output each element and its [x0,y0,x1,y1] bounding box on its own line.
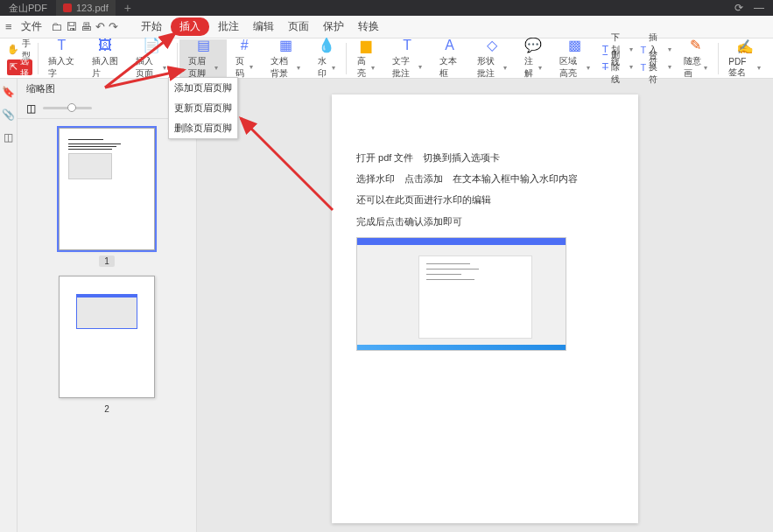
textbox-button[interactable]: A文本框 [431,39,468,78]
doc-paragraph-3: 还可以在此页面进行水印的编辑 [356,189,614,210]
open-icon[interactable]: 🗀 [51,20,62,33]
thumbnail-zoom-slider[interactable] [43,107,92,109]
strikethrough-button[interactable]: T̶删除线▾ [602,60,633,75]
insert-page-button[interactable]: 📄插入页面▾ [127,39,175,78]
select-tool[interactable]: ⇱选择 [7,60,32,75]
menu-protect[interactable]: 保护 [318,17,349,37]
refresh-icon[interactable]: ⟳ [734,2,743,14]
tab-filename: 123.pdf [76,3,109,13]
document-page: 打开 pdf 文件 切换到插入选项卡 选择水印 点击添加 在文本输入框中输入水印… [332,94,638,523]
insert-text-button[interactable]: T插入文字 [39,39,83,78]
background-button[interactable]: ▦文档背景▾ [262,39,310,78]
layers-icon[interactable]: ◫ [4,131,13,144]
print-icon[interactable]: 🖶 [81,20,92,33]
embedded-screenshot [356,237,566,351]
attachment-icon[interactable]: 📎 [2,108,15,121]
line-group: T̲下划线▾ T̶删除线▾ [599,39,636,78]
thumbnails-panel: 缩略图 ◫ ⚙ 1 2 [18,79,197,532]
thumbnail-page-label: 2 [99,403,115,415]
thumbnails-list: 1 2 [18,119,196,532]
thumbnail-page-1[interactable] [59,128,155,250]
document-tab[interactable]: 123.pdf [56,0,116,16]
highlight-button[interactable]: ▆高亮▾ [348,39,383,78]
thumb-tool-1[interactable]: ◫ [26,102,36,115]
menu-page[interactable]: 页面 [283,17,314,37]
dropdown-add-header[interactable]: 添加页眉页脚 [169,78,237,98]
menu-edit[interactable]: 编辑 [248,17,279,37]
save-icon[interactable]: 🖫 [66,20,77,33]
pdf-file-icon [63,4,72,12]
menu-insert[interactable]: 插入 [171,18,209,36]
doc-paragraph-4: 完成后点击确认添加即可 [356,211,614,232]
text-annotate-button[interactable]: T文字批注▾ [383,39,432,78]
char-group: T插入符▾ T替换符▾ [636,39,674,78]
menu-start[interactable]: 开始 [136,17,167,37]
dropdown-update-header[interactable]: 更新页眉页脚 [169,98,237,118]
undo-icon[interactable]: ↶ [95,20,105,33]
new-tab-button[interactable]: + [116,1,140,15]
sidebar-icons: 🔖 📎 ◫ [0,79,18,532]
doc-paragraph-1: 打开 pdf 文件 切换到插入选项卡 [356,147,614,168]
shape-annotate-button[interactable]: ◇形状批注▾ [468,39,517,78]
dropdown-delete-header[interactable]: 删除页眉页脚 [169,118,237,138]
window-controls: ⟳ — [734,2,773,14]
title-bar: 金山PDF 123.pdf + ⟳ — [0,0,773,16]
thumbnail-page-2[interactable] [59,276,155,398]
menu-annotate[interactable]: 批注 [213,17,244,37]
annotate-button[interactable]: 💬注解▾ [516,39,551,78]
app-name: 金山PDF [0,2,56,15]
menu-file[interactable]: 文件 [16,17,47,37]
watermark-button[interactable]: 💧水印▾ [309,39,344,78]
menu-convert[interactable]: 转换 [353,17,384,37]
mode-group: ✋手型 ⇱选择 [4,39,36,78]
minimize-icon[interactable]: — [754,2,764,14]
menu-icon[interactable]: ≡ [5,20,12,33]
document-canvas[interactable]: 打开 pdf 文件 切换到插入选项卡 选择水印 点击添加 在文本输入框中输入水印… [197,79,773,532]
main-body: 🔖 📎 ◫ 缩略图 ◫ ⚙ 1 [0,79,773,532]
area-highlight-button[interactable]: ▩区域高亮▾ [551,39,599,78]
freehand-button[interactable]: ✎随意画▾ [675,39,716,78]
thumbnail-item[interactable]: 1 [59,128,155,267]
pdf-sign-button[interactable]: ✍PDF 签名▾ [720,39,769,78]
insert-image-button[interactable]: 🖼插入图片 [83,39,127,78]
thumbnail-item[interactable]: 2 [59,276,155,415]
header-footer-dropdown: 添加页眉页脚 更新页眉页脚 删除页眉页脚 [168,77,238,139]
page-number-button[interactable]: #页码▾ [227,39,262,78]
bookmark-icon[interactable]: 🔖 [2,86,15,98]
header-footer-button[interactable]: ▤页眉页脚▾ [179,39,228,78]
doc-paragraph-2: 选择水印 点击添加 在文本输入框中输入水印内容 [356,168,614,189]
replace-char-button[interactable]: T替换符▾ [640,60,671,75]
ribbon-toolbar: ✋手型 ⇱选择 T插入文字 🖼插入图片 📄插入页面▾ ▤页眉页脚▾ #页码▾ ▦… [0,38,773,79]
redo-icon[interactable]: ↷ [109,20,118,33]
thumbnail-page-label: 1 [99,256,115,267]
